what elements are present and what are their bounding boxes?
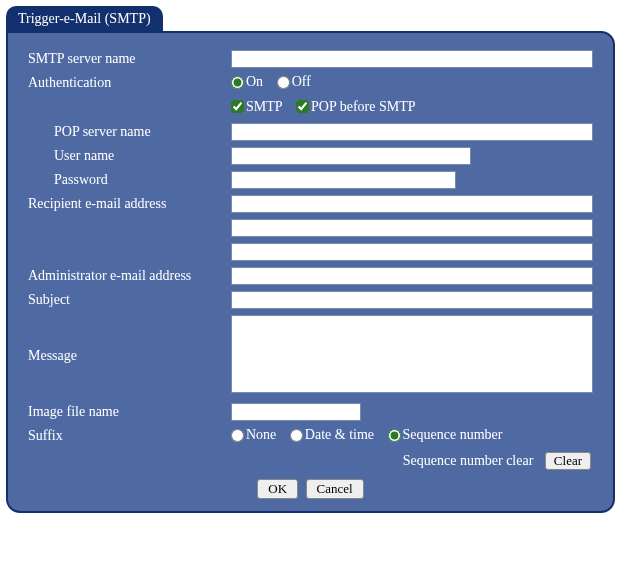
suffix-seqnum-radio[interactable] — [388, 429, 401, 442]
clear-button-label: Clear — [554, 453, 582, 468]
auth-on-label: On — [246, 74, 263, 90]
label-recipient: Recipient e-mail address — [26, 192, 229, 216]
ok-button-label: OK — [268, 481, 287, 496]
auth-off-radio[interactable] — [277, 76, 290, 89]
auth-pop-option[interactable]: POP before SMTP — [296, 99, 416, 115]
image-file-input[interactable] — [231, 403, 361, 421]
form-table: SMTP server name Authentication On Off — [26, 47, 595, 473]
footer-buttons: OK Cancel — [26, 473, 595, 499]
auth-smtp-checkbox[interactable] — [231, 100, 244, 113]
auth-off-label: Off — [292, 74, 311, 90]
admin-addr-input[interactable] — [231, 267, 593, 285]
seq-clear-label: Sequence number clear — [403, 453, 534, 468]
pop-server-input[interactable] — [231, 123, 593, 141]
label-subject: Subject — [26, 288, 229, 312]
suffix-none-radio[interactable] — [231, 429, 244, 442]
auth-smtp-option[interactable]: SMTP — [231, 99, 283, 115]
suffix-none-label: None — [246, 427, 276, 443]
auth-off-option[interactable]: Off — [277, 74, 311, 90]
tab-title: Trigger-e-Mail (SMTP) — [18, 11, 151, 26]
auth-on-option[interactable]: On — [231, 74, 263, 90]
tab-trigger-email[interactable]: Trigger-e-Mail (SMTP) — [6, 6, 163, 33]
settings-panel: SMTP server name Authentication On Off — [6, 31, 615, 513]
user-name-input[interactable] — [231, 147, 471, 165]
password-input[interactable] — [231, 171, 456, 189]
label-pop-server: POP server name — [26, 120, 229, 144]
recipient2-input[interactable] — [231, 219, 593, 237]
message-textarea[interactable] — [231, 315, 593, 393]
label-smtp-server: SMTP server name — [26, 47, 229, 71]
clear-button[interactable]: Clear — [545, 452, 591, 470]
recipient3-input[interactable] — [231, 243, 593, 261]
label-admin-addr: Administrator e-mail address — [26, 264, 229, 288]
label-message: Message — [26, 312, 229, 400]
smtp-server-input[interactable] — [231, 50, 593, 68]
label-image-file: Image file name — [26, 400, 229, 424]
auth-smtp-label: SMTP — [246, 99, 283, 115]
auth-on-radio[interactable] — [231, 76, 244, 89]
suffix-seqnum-label: Sequence number — [403, 427, 503, 443]
suffix-datetime-radio[interactable] — [290, 429, 303, 442]
recipient1-input[interactable] — [231, 195, 593, 213]
label-password: Password — [26, 168, 229, 192]
label-suffix: Suffix — [26, 424, 229, 449]
suffix-datetime-option[interactable]: Date & time — [290, 427, 374, 443]
auth-pop-label: POP before SMTP — [311, 99, 416, 115]
suffix-datetime-label: Date & time — [305, 427, 374, 443]
subject-input[interactable] — [231, 291, 593, 309]
suffix-none-option[interactable]: None — [231, 427, 276, 443]
cancel-button[interactable]: Cancel — [306, 479, 364, 499]
suffix-seqnum-option[interactable]: Sequence number — [388, 427, 503, 443]
label-user-name: User name — [26, 144, 229, 168]
auth-pop-checkbox[interactable] — [296, 100, 309, 113]
ok-button[interactable]: OK — [257, 479, 298, 499]
label-authentication: Authentication — [26, 71, 229, 96]
cancel-button-label: Cancel — [317, 481, 353, 496]
